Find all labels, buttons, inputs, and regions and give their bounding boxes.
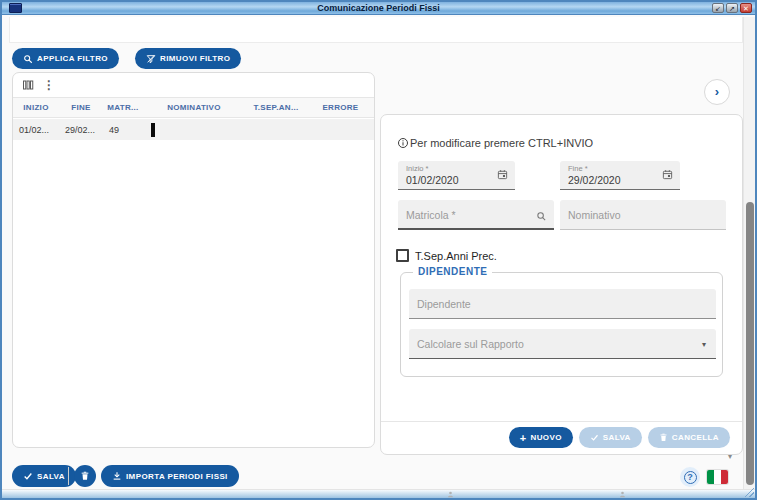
delete-button[interactable] [74, 465, 96, 487]
salva-button[interactable]: SALVA [12, 465, 76, 487]
person-icon [619, 491, 626, 498]
window-controls: ↙ ↗ ✕ [712, 3, 752, 13]
flag-green-stripe [707, 470, 714, 484]
window-bottom-border [2, 489, 755, 498]
column-header-inizio[interactable]: INIZIO [13, 103, 59, 112]
search-icon [23, 54, 33, 64]
filter-panel [9, 17, 743, 43]
grid-panel: ⋮ INIZIO FINE MATR... NOMINATIVO T.SEP.A… [12, 72, 375, 448]
grid-header-row: INIZIO FINE MATR... NOMINATIVO T.SEP.AN.… [13, 97, 374, 118]
app-window: Comunicazione Periodi Fissi ↙ ↗ ✕ APPLIC… [0, 0, 757, 500]
tsep-checkbox[interactable] [396, 249, 409, 262]
rimuovi-filtro-label: RIMUOVI FILTRO [160, 54, 230, 63]
form-actions: + NUOVO SALVA CANCELLA [509, 427, 730, 448]
panel-scroll-caret-icon[interactable]: ▾ [728, 452, 732, 461]
title-bar: Comunicazione Periodi Fissi ↙ ↗ ✕ [2, 2, 755, 15]
help-button[interactable]: ? [680, 467, 700, 487]
tsep-checkbox-label: T.Sep.Anni Prec. [415, 250, 497, 262]
cell-nominativo-selected[interactable] [143, 125, 245, 135]
columns-icon[interactable] [22, 79, 34, 91]
dipendente-legend: DIPENDENTE [413, 266, 492, 277]
detail-form-panel: Per modificare premere CTRL+INVIO Inizio… [380, 114, 743, 455]
selected-cell-outline [151, 123, 155, 137]
chevron-right-icon: › [715, 84, 719, 99]
plus-icon: + [520, 433, 527, 443]
calendar-icon[interactable] [497, 169, 508, 180]
importa-periodi-fissi-button[interactable]: IMPORTA PERIODI FISSI [101, 465, 239, 487]
grid-menu-icon[interactable]: ⋮ [43, 79, 55, 91]
flag-red-stripe [721, 470, 728, 484]
rapporto-placeholder: Calcolare sul Rapporto [409, 329, 716, 350]
cell-matricola[interactable]: 49 [103, 125, 143, 135]
window-title: Comunicazione Periodi Fissi [2, 2, 755, 15]
maximize-button[interactable]: ↗ [726, 3, 738, 13]
download-icon [112, 471, 122, 481]
check-icon [590, 433, 599, 442]
edit-hint-text: Per modificare premere CTRL+INVIO [410, 137, 593, 149]
dipendente-placeholder: Dipendente [409, 289, 716, 310]
column-header-tsep[interactable]: T.SEP.AN... [245, 103, 307, 112]
form-actions-divider [381, 421, 742, 422]
applica-filtro-button[interactable]: APPLICA FILTRO [12, 48, 119, 69]
info-icon [397, 137, 409, 149]
cell-inizio[interactable]: 01/02... [13, 125, 59, 135]
footer-divider [68, 467, 69, 485]
search-icon[interactable] [536, 211, 547, 222]
trash-icon [659, 433, 668, 442]
matricola-field[interactable]: Matricola * [398, 200, 554, 230]
flag-white-stripe [714, 470, 721, 484]
applica-filtro-label: APPLICA FILTRO [37, 54, 108, 63]
cancella-label: CANCELLA [672, 433, 719, 442]
filter-off-icon [146, 54, 156, 64]
table-row[interactable]: 01/02... 29/02... 49 [13, 119, 374, 140]
dipendente-fieldset: DIPENDENTE Dipendente Calcolare sul Rapp… [400, 272, 723, 377]
grid-toolbar: ⋮ [22, 79, 55, 91]
tsep-checkbox-row: T.Sep.Anni Prec. [396, 249, 497, 262]
fine-field[interactable]: Fine * 29/02/2020 [560, 161, 680, 190]
nominativo-field[interactable]: Nominativo [560, 200, 726, 230]
restore-button[interactable]: ↙ [712, 3, 724, 13]
nuovo-label: NUOVO [531, 433, 562, 442]
check-icon [23, 471, 33, 481]
chevron-down-icon[interactable]: ▾ [702, 340, 706, 349]
column-header-matricola[interactable]: MATR... [103, 103, 143, 112]
nuovo-button[interactable]: + NUOVO [509, 427, 573, 448]
resize-grip[interactable] [745, 488, 754, 497]
importa-label: IMPORTA PERIODI FISSI [126, 472, 228, 481]
vertical-scrollbar[interactable] [743, 17, 755, 489]
salva-label: SALVA [37, 472, 65, 481]
calendar-icon[interactable] [662, 169, 673, 180]
column-header-nominativo[interactable]: NOMINATIVO [143, 103, 245, 112]
nominativo-placeholder: Nominativo [560, 200, 726, 221]
question-icon: ? [684, 471, 697, 484]
trash-icon [80, 471, 90, 481]
person-icon [447, 491, 454, 498]
form-salva-label: SALVA [603, 433, 631, 442]
edit-hint: Per modificare premere CTRL+INVIO [397, 137, 593, 149]
italian-flag-icon[interactable] [707, 470, 728, 484]
expand-panel-button[interactable]: › [704, 79, 730, 105]
inizio-field[interactable]: Inizio * 01/02/2020 [398, 161, 515, 190]
dipendente-field[interactable]: Dipendente [409, 289, 716, 319]
column-header-errore[interactable]: ERRORE [307, 103, 374, 112]
cancella-button[interactable]: CANCELLA [648, 427, 730, 448]
form-salva-button[interactable]: SALVA [579, 427, 642, 448]
rapporto-select[interactable]: Calcolare sul Rapporto ▾ [409, 329, 716, 359]
rimuovi-filtro-button[interactable]: RIMUOVI FILTRO [135, 48, 241, 69]
cell-fine[interactable]: 29/02... [59, 125, 103, 135]
vertical-scrollbar-thumb[interactable] [746, 202, 754, 485]
close-button[interactable]: ✕ [740, 3, 752, 13]
column-header-fine[interactable]: FINE [59, 103, 103, 112]
matricola-placeholder: Matricola * [398, 200, 554, 221]
